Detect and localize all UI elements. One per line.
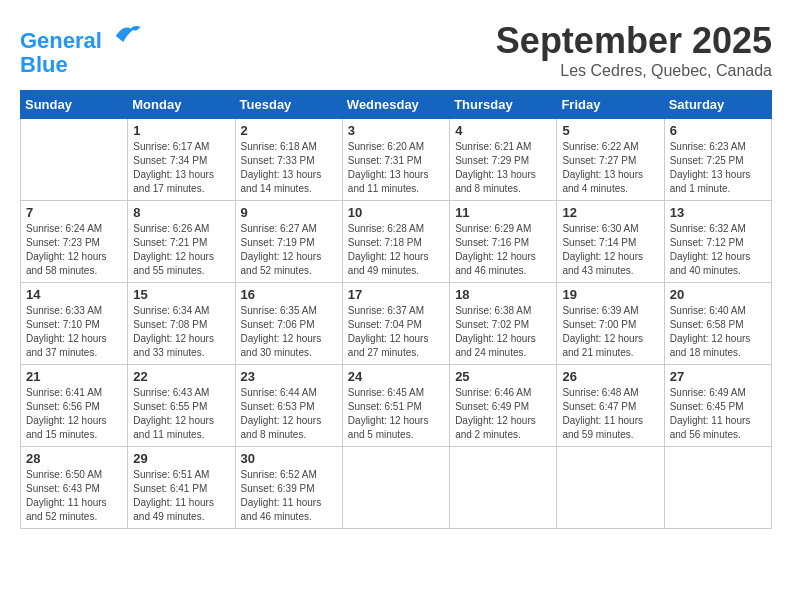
- day-number: 26: [562, 369, 658, 384]
- day-number: 10: [348, 205, 444, 220]
- cell-content: Sunrise: 6:18 AM Sunset: 7:33 PM Dayligh…: [241, 140, 337, 196]
- day-number: 14: [26, 287, 122, 302]
- day-number: 21: [26, 369, 122, 384]
- calendar-table: SundayMondayTuesdayWednesdayThursdayFrid…: [20, 90, 772, 529]
- month-title: September 2025: [496, 20, 772, 62]
- cell-content: Sunrise: 6:37 AM Sunset: 7:04 PM Dayligh…: [348, 304, 444, 360]
- page-header: General Blue September 2025 Les Cedres, …: [20, 20, 772, 80]
- cell-content: Sunrise: 6:44 AM Sunset: 6:53 PM Dayligh…: [241, 386, 337, 442]
- day-number: 7: [26, 205, 122, 220]
- logo-text: General: [20, 20, 142, 53]
- header-thursday: Thursday: [450, 91, 557, 119]
- calendar-week-5: 28Sunrise: 6:50 AM Sunset: 6:43 PM Dayli…: [21, 447, 772, 529]
- cell-content: Sunrise: 6:23 AM Sunset: 7:25 PM Dayligh…: [670, 140, 766, 196]
- cell-content: Sunrise: 6:41 AM Sunset: 6:56 PM Dayligh…: [26, 386, 122, 442]
- calendar-cell: 15Sunrise: 6:34 AM Sunset: 7:08 PM Dayli…: [128, 283, 235, 365]
- calendar-cell: 20Sunrise: 6:40 AM Sunset: 6:58 PM Dayli…: [664, 283, 771, 365]
- cell-content: Sunrise: 6:20 AM Sunset: 7:31 PM Dayligh…: [348, 140, 444, 196]
- day-number: 12: [562, 205, 658, 220]
- cell-content: Sunrise: 6:17 AM Sunset: 7:34 PM Dayligh…: [133, 140, 229, 196]
- cell-content: Sunrise: 6:26 AM Sunset: 7:21 PM Dayligh…: [133, 222, 229, 278]
- day-number: 9: [241, 205, 337, 220]
- calendar-cell: 7Sunrise: 6:24 AM Sunset: 7:23 PM Daylig…: [21, 201, 128, 283]
- cell-content: Sunrise: 6:50 AM Sunset: 6:43 PM Dayligh…: [26, 468, 122, 524]
- day-number: 19: [562, 287, 658, 302]
- day-number: 17: [348, 287, 444, 302]
- calendar-cell: 30Sunrise: 6:52 AM Sunset: 6:39 PM Dayli…: [235, 447, 342, 529]
- calendar-cell: 8Sunrise: 6:26 AM Sunset: 7:21 PM Daylig…: [128, 201, 235, 283]
- logo-line2: Blue: [20, 53, 142, 77]
- logo: General Blue: [20, 20, 142, 77]
- header-sunday: Sunday: [21, 91, 128, 119]
- cell-content: Sunrise: 6:39 AM Sunset: 7:00 PM Dayligh…: [562, 304, 658, 360]
- day-number: 23: [241, 369, 337, 384]
- calendar-cell: 14Sunrise: 6:33 AM Sunset: 7:10 PM Dayli…: [21, 283, 128, 365]
- header-tuesday: Tuesday: [235, 91, 342, 119]
- cell-content: Sunrise: 6:22 AM Sunset: 7:27 PM Dayligh…: [562, 140, 658, 196]
- day-number: 30: [241, 451, 337, 466]
- day-number: 25: [455, 369, 551, 384]
- calendar-cell: 5Sunrise: 6:22 AM Sunset: 7:27 PM Daylig…: [557, 119, 664, 201]
- day-number: 13: [670, 205, 766, 220]
- calendar-cell: [21, 119, 128, 201]
- day-number: 3: [348, 123, 444, 138]
- day-number: 20: [670, 287, 766, 302]
- calendar-week-1: 1Sunrise: 6:17 AM Sunset: 7:34 PM Daylig…: [21, 119, 772, 201]
- header-saturday: Saturday: [664, 91, 771, 119]
- calendar-cell: 3Sunrise: 6:20 AM Sunset: 7:31 PM Daylig…: [342, 119, 449, 201]
- cell-content: Sunrise: 6:32 AM Sunset: 7:12 PM Dayligh…: [670, 222, 766, 278]
- day-number: 22: [133, 369, 229, 384]
- cell-content: Sunrise: 6:29 AM Sunset: 7:16 PM Dayligh…: [455, 222, 551, 278]
- calendar-cell: [664, 447, 771, 529]
- day-number: 2: [241, 123, 337, 138]
- cell-content: Sunrise: 6:30 AM Sunset: 7:14 PM Dayligh…: [562, 222, 658, 278]
- header-monday: Monday: [128, 91, 235, 119]
- calendar-cell: 28Sunrise: 6:50 AM Sunset: 6:43 PM Dayli…: [21, 447, 128, 529]
- cell-content: Sunrise: 6:24 AM Sunset: 7:23 PM Dayligh…: [26, 222, 122, 278]
- calendar-cell: 19Sunrise: 6:39 AM Sunset: 7:00 PM Dayli…: [557, 283, 664, 365]
- calendar-cell: [557, 447, 664, 529]
- calendar-cell: 1Sunrise: 6:17 AM Sunset: 7:34 PM Daylig…: [128, 119, 235, 201]
- cell-content: Sunrise: 6:21 AM Sunset: 7:29 PM Dayligh…: [455, 140, 551, 196]
- calendar-cell: 26Sunrise: 6:48 AM Sunset: 6:47 PM Dayli…: [557, 365, 664, 447]
- location: Les Cedres, Quebec, Canada: [496, 62, 772, 80]
- day-number: 4: [455, 123, 551, 138]
- day-number: 15: [133, 287, 229, 302]
- calendar-cell: 13Sunrise: 6:32 AM Sunset: 7:12 PM Dayli…: [664, 201, 771, 283]
- calendar-cell: 10Sunrise: 6:28 AM Sunset: 7:18 PM Dayli…: [342, 201, 449, 283]
- calendar-cell: 17Sunrise: 6:37 AM Sunset: 7:04 PM Dayli…: [342, 283, 449, 365]
- calendar-cell: 12Sunrise: 6:30 AM Sunset: 7:14 PM Dayli…: [557, 201, 664, 283]
- calendar-header-row: SundayMondayTuesdayWednesdayThursdayFrid…: [21, 91, 772, 119]
- cell-content: Sunrise: 6:45 AM Sunset: 6:51 PM Dayligh…: [348, 386, 444, 442]
- calendar-cell: 4Sunrise: 6:21 AM Sunset: 7:29 PM Daylig…: [450, 119, 557, 201]
- logo-icon: [112, 20, 142, 48]
- cell-content: Sunrise: 6:34 AM Sunset: 7:08 PM Dayligh…: [133, 304, 229, 360]
- calendar-cell: 21Sunrise: 6:41 AM Sunset: 6:56 PM Dayli…: [21, 365, 128, 447]
- cell-content: Sunrise: 6:46 AM Sunset: 6:49 PM Dayligh…: [455, 386, 551, 442]
- calendar-cell: 29Sunrise: 6:51 AM Sunset: 6:41 PM Dayli…: [128, 447, 235, 529]
- calendar-cell: 11Sunrise: 6:29 AM Sunset: 7:16 PM Dayli…: [450, 201, 557, 283]
- calendar-cell: 23Sunrise: 6:44 AM Sunset: 6:53 PM Dayli…: [235, 365, 342, 447]
- day-number: 18: [455, 287, 551, 302]
- day-number: 16: [241, 287, 337, 302]
- calendar-cell: 27Sunrise: 6:49 AM Sunset: 6:45 PM Dayli…: [664, 365, 771, 447]
- cell-content: Sunrise: 6:49 AM Sunset: 6:45 PM Dayligh…: [670, 386, 766, 442]
- day-number: 24: [348, 369, 444, 384]
- calendar-cell: 22Sunrise: 6:43 AM Sunset: 6:55 PM Dayli…: [128, 365, 235, 447]
- calendar-cell: 24Sunrise: 6:45 AM Sunset: 6:51 PM Dayli…: [342, 365, 449, 447]
- calendar-cell: 18Sunrise: 6:38 AM Sunset: 7:02 PM Dayli…: [450, 283, 557, 365]
- cell-content: Sunrise: 6:35 AM Sunset: 7:06 PM Dayligh…: [241, 304, 337, 360]
- day-number: 8: [133, 205, 229, 220]
- calendar-cell: 2Sunrise: 6:18 AM Sunset: 7:33 PM Daylig…: [235, 119, 342, 201]
- cell-content: Sunrise: 6:51 AM Sunset: 6:41 PM Dayligh…: [133, 468, 229, 524]
- day-number: 11: [455, 205, 551, 220]
- day-number: 28: [26, 451, 122, 466]
- cell-content: Sunrise: 6:38 AM Sunset: 7:02 PM Dayligh…: [455, 304, 551, 360]
- day-number: 29: [133, 451, 229, 466]
- day-number: 1: [133, 123, 229, 138]
- day-number: 27: [670, 369, 766, 384]
- calendar-cell: 6Sunrise: 6:23 AM Sunset: 7:25 PM Daylig…: [664, 119, 771, 201]
- header-friday: Friday: [557, 91, 664, 119]
- day-number: 6: [670, 123, 766, 138]
- cell-content: Sunrise: 6:28 AM Sunset: 7:18 PM Dayligh…: [348, 222, 444, 278]
